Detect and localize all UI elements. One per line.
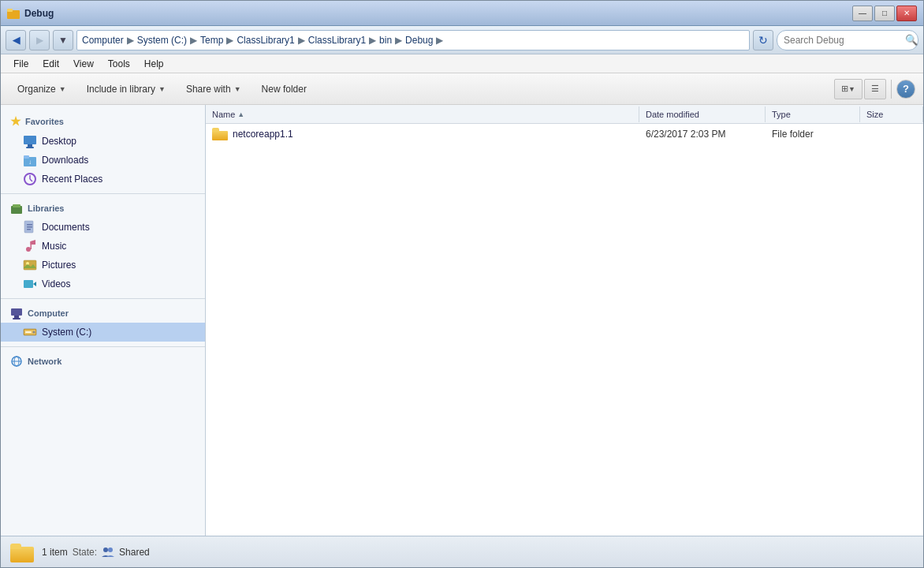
address-path[interactable]: Computer ▶ System (C:) ▶ Temp ▶ ClassLib… xyxy=(76,30,750,50)
table-row[interactable]: netcoreapp1.1 6/23/2017 2:03 PM File fol… xyxy=(206,125,923,143)
svg-point-18 xyxy=(26,247,31,252)
help-icon: ? xyxy=(903,83,909,95)
refresh-button[interactable]: ↻ xyxy=(753,30,773,50)
breadcrumb-system-c[interactable]: System (C:) xyxy=(137,35,187,46)
svg-marker-23 xyxy=(33,282,36,286)
breadcrumb-classlibrary1-2[interactable]: ClassLibrary1 xyxy=(308,35,366,46)
include-library-label: Include in library xyxy=(87,84,155,95)
help-button[interactable]: ? xyxy=(896,80,915,99)
favorites-star-icon: ★ xyxy=(10,114,20,129)
menu-help[interactable]: Help xyxy=(138,57,170,71)
svg-rect-15 xyxy=(27,224,32,226)
sidebar-section-favorites: ★ Favorites Desktop xyxy=(1,111,205,189)
svg-point-35 xyxy=(108,547,113,552)
view-details-icon: ☰ xyxy=(871,84,879,94)
new-folder-button[interactable]: New folder xyxy=(253,77,315,101)
item-count-label: 1 item xyxy=(42,547,68,558)
sidebar-item-videos[interactable]: Videos xyxy=(1,275,205,293)
col-header-name[interactable]: Name ▲ xyxy=(206,106,639,122)
toolbar-right: ⊞ ▼ ☰ ? xyxy=(834,79,915,99)
include-in-library-button[interactable]: Include in library ▼ xyxy=(78,77,174,101)
search-input[interactable] xyxy=(784,35,902,46)
status-folder-icon xyxy=(10,542,34,562)
sidebar-item-system-c[interactable]: System (C:) xyxy=(1,323,205,342)
col-header-size[interactable]: Size xyxy=(860,106,923,122)
sidebar-item-downloads[interactable]: ↓ Downloads xyxy=(1,151,205,170)
sidebar-item-recent-places[interactable]: Recent Places xyxy=(1,170,205,189)
svg-rect-26 xyxy=(13,318,20,320)
favorites-label: Favorites xyxy=(25,117,64,126)
svg-rect-30 xyxy=(25,331,32,333)
breadcrumb-temp[interactable]: Temp xyxy=(200,35,223,46)
breadcrumb-computer[interactable]: Computer xyxy=(82,35,124,46)
downloads-label: Downloads xyxy=(42,155,88,166)
col-header-type[interactable]: Type xyxy=(766,106,860,122)
share-with-button[interactable]: Share with ▼ xyxy=(177,77,250,101)
view-details-button[interactable]: ☰ xyxy=(864,79,886,99)
state-label: State: xyxy=(73,547,97,558)
menu-edit[interactable]: Edit xyxy=(36,57,65,71)
dropdown-button[interactable]: ▼ xyxy=(53,30,73,50)
svg-rect-5 xyxy=(26,147,34,148)
file-area: Name ▲ Date modified Type Size xyxy=(206,105,923,536)
sidebar-section-network-header[interactable]: Network xyxy=(1,352,205,371)
sidebar-item-desktop[interactable]: Desktop xyxy=(1,132,205,151)
col-type-label: Type xyxy=(772,110,791,119)
back-button[interactable]: ◀ xyxy=(6,30,26,50)
sidebar-item-pictures[interactable]: Pictures xyxy=(1,256,205,275)
new-folder-label: New folder xyxy=(262,84,307,95)
svg-point-34 xyxy=(103,547,108,552)
svg-line-11 xyxy=(30,179,32,181)
menu-tools[interactable]: Tools xyxy=(102,57,136,71)
svg-text:↓: ↓ xyxy=(28,159,32,166)
breadcrumb-bin[interactable]: bin xyxy=(379,35,392,46)
system-c-label: System (C:) xyxy=(42,327,91,338)
search-box: 🔍 xyxy=(777,30,918,50)
maximize-button[interactable]: □ xyxy=(874,6,895,21)
minimize-button[interactable]: — xyxy=(852,6,873,21)
view-dropdown-arrow[interactable]: ▼ xyxy=(848,85,855,93)
svg-rect-2 xyxy=(24,136,36,144)
videos-icon xyxy=(23,277,37,291)
view-tiles-icon: ⊞ xyxy=(841,84,848,94)
svg-rect-13 xyxy=(13,204,20,207)
file-name-label: netcoreapp1.1 xyxy=(233,129,293,140)
file-name-cell: netcoreapp1.1 xyxy=(206,126,639,142)
organize-arrow: ▼ xyxy=(59,85,66,93)
title-bar-controls: — □ ✕ xyxy=(852,6,917,21)
forward-button[interactable]: ▶ xyxy=(29,30,50,50)
svg-rect-16 xyxy=(27,226,32,228)
sidebar-divider-3 xyxy=(1,346,205,347)
breadcrumb-classlibrary1-1[interactable]: ClassLibrary1 xyxy=(237,35,294,46)
sort-arrow-name: ▲ xyxy=(237,110,244,118)
sidebar-section-libraries-header[interactable]: Libraries xyxy=(1,199,205,218)
menu-view[interactable]: View xyxy=(67,57,100,71)
documents-icon xyxy=(23,220,37,234)
network-section-icon xyxy=(10,355,23,368)
toolbar: Organize ▼ Include in library ▼ Share wi… xyxy=(1,73,923,105)
libraries-icon xyxy=(10,202,23,215)
sidebar-section-computer: Computer System (C:) xyxy=(1,304,205,342)
menu-file[interactable]: File xyxy=(7,57,35,71)
close-button[interactable]: ✕ xyxy=(896,6,917,21)
breadcrumb-debug[interactable]: Debug xyxy=(405,35,433,46)
svg-rect-24 xyxy=(11,308,22,316)
sidebar-section-computer-header[interactable]: Computer xyxy=(1,304,205,323)
folder-title-icon xyxy=(7,7,20,20)
sidebar-divider-1 xyxy=(1,193,205,194)
shared-icon xyxy=(102,546,114,559)
pictures-icon xyxy=(23,258,37,272)
file-date-label: 6/23/2017 2:03 PM xyxy=(646,129,725,140)
col-header-date[interactable]: Date modified xyxy=(639,106,766,122)
sidebar-item-music[interactable]: Music xyxy=(1,237,205,256)
search-icon[interactable]: 🔍 xyxy=(905,34,918,46)
documents-label: Documents xyxy=(42,222,90,233)
sidebar-section-favorites-header[interactable]: ★ Favorites xyxy=(1,111,205,132)
sidebar: ★ Favorites Desktop xyxy=(1,105,206,536)
view-tiles-button[interactable]: ⊞ ▼ xyxy=(834,79,863,99)
organize-button[interactable]: Organize ▼ xyxy=(9,77,75,101)
desktop-icon xyxy=(23,134,37,148)
main-content: ★ Favorites Desktop xyxy=(1,105,923,536)
sidebar-item-documents[interactable]: Documents xyxy=(1,218,205,237)
sidebar-section-libraries: Libraries Documents xyxy=(1,199,205,293)
